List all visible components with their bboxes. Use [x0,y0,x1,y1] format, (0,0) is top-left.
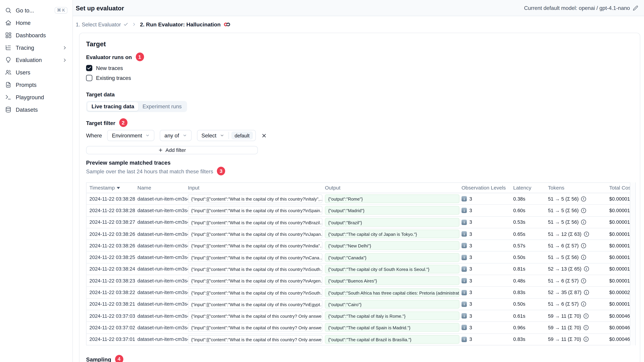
table-row[interactable]: 2024-11-22 03:38:26 dataset-run-item-cm3… [86,228,630,240]
cell-input: {"input":[{"content":"What is the capita… [188,253,325,262]
cell-tokens: 51 → 5 (Σ 56)i [548,219,609,225]
cell-total-cost: $0.000011 ( [609,301,630,307]
input-preview[interactable]: {"input":[{"content":"What is the capita… [188,241,322,250]
check-icon [123,22,128,27]
table-row[interactable]: 2024-11-22 03:37:02 dataset-run-item-cm3… [86,322,630,334]
breadcrumb: 1. Select Evaluator 2. Run Evaluator: Ha… [76,20,644,28]
table-scrollbar[interactable] [630,182,636,345]
where-label: Where [86,132,102,138]
output-preview[interactable]: {"output":"Cairo"} [325,300,460,309]
cell-name: dataset-run-item-cm3s4 [138,231,188,237]
input-preview[interactable]: {"input":[{"content":"What is the capita… [188,312,322,320]
breadcrumb-step1[interactable]: 1. Select Evaluator [76,21,128,27]
sidebar-item-playground[interactable]: Playground [5,91,68,103]
output-preview[interactable]: {"output":"The capital city of South Kor… [325,265,460,274]
table-row[interactable]: 2024-11-22 03:38:26 dataset-run-item-cm3… [86,240,630,252]
add-filter-button[interactable]: Add filter [86,146,258,154]
output-preview[interactable]: {"output":"The capital of Italy is Rome.… [325,312,460,320]
goto-search[interactable]: Go to... ⌘ K [5,4,68,16]
target-filter-row: Target filter 2 [86,119,633,127]
default-model-note: Current default model: openai / gpt-4.1-… [524,5,638,11]
output-preview[interactable]: {"output":"The capital city of Japan is … [325,230,460,238]
table-row[interactable]: 2024-11-22 03:38:22 dataset-run-item-cm3… [86,287,630,299]
output-preview[interactable]: {"output":"Brazil"} [325,218,460,227]
checkbox-new-traces[interactable]: New traces [86,64,633,72]
sidebar-item-dashboards[interactable]: Dashboards [5,29,68,41]
sidebar-item-users[interactable]: Users [5,66,68,79]
checkbox[interactable] [86,65,92,71]
edit-pencil-icon[interactable] [633,5,638,10]
cell-total-cost: $0.000011 ( [609,278,630,284]
dashboards-icon [5,32,12,38]
table-row[interactable]: 2024-11-22 03:38:24 dataset-run-item-cm3… [86,263,630,275]
input-preview[interactable]: {"input":[{"content":"What is the capita… [188,323,322,332]
cell-total-cost: $0.00046 ( [609,325,630,331]
sidebar-item-prompts[interactable]: Prompts [5,79,68,91]
sidebar-item-datasets[interactable]: Datasets [5,103,68,116]
input-preview[interactable]: {"input":[{"content":"What is the capita… [188,300,322,309]
checkbox-existing-traces[interactable]: Existing traces [86,74,633,81]
cell-total-cost: $0.000015 [609,231,630,237]
table-row[interactable]: 2024-11-22 03:38:28 dataset-run-item-cm3… [86,193,630,205]
cell-input: {"input":[{"content":"What is the capita… [188,194,325,203]
sidebar-item-evaluation[interactable]: Evaluation [5,54,68,66]
input-preview[interactable]: {"input":[{"content":"What is the capita… [188,194,322,203]
checkbox[interactable] [86,75,92,81]
table-row[interactable]: 2024-11-22 03:37:03 dataset-run-item-cm3… [86,310,630,322]
cell-tokens: 51 → 6 (Σ 57)i [548,278,609,284]
cell-input: {"input":[{"content":"What is the capita… [188,300,325,309]
cell-tokens: 51 → 5 (Σ 56)i [548,254,609,260]
input-preview[interactable]: {"input":[{"content":"What is the capita… [188,288,322,297]
input-preview[interactable]: {"input":[{"content":"What is the capita… [188,218,322,227]
info-box-icon: i [462,231,467,237]
input-preview[interactable]: {"input":[{"content":"What is the capita… [188,206,322,215]
output-preview[interactable]: {"output":"The capital of Brazil is Bras… [325,335,460,344]
output-preview[interactable]: {"output":"Canada"} [325,253,460,262]
output-preview[interactable]: {"output":"Madrid"} [325,206,460,215]
output-preview[interactable]: {"output":"South Africa has three capita… [325,288,460,297]
cell-total-cost: $0.000029 [609,290,630,296]
cell-timestamp: 2024-11-22 03:38:22 [86,290,138,296]
filter-operator-select[interactable]: any of [160,130,192,141]
filter-builder-row: Where Environment any of Select default [86,130,633,141]
output-preview[interactable]: {"output":"Rome"} [325,194,460,203]
input-preview[interactable]: {"input":[{"content":"What is the capita… [188,265,322,274]
cell-latency: 0.96s [513,325,548,331]
info-circle-icon: i [584,337,588,342]
col-input: Input [188,185,325,191]
col-timestamp[interactable]: Timestamp [86,185,138,191]
table-row[interactable]: 2024-11-22 03:38:25 dataset-run-item-cm3… [86,252,630,263]
table-row[interactable]: 2024-11-22 03:37:01 dataset-run-item-cm3… [86,334,630,345]
col-output: Output [325,185,462,191]
tab-live-tracing-data[interactable]: Live tracing data [88,102,138,111]
annotation-badge-2: 2 [119,118,128,127]
filter-value-select[interactable]: Select default [197,130,256,141]
sidebar-item-home[interactable]: Home [5,16,68,29]
table-row[interactable]: 2024-11-22 03:38:28 dataset-run-item-cm3… [86,205,630,217]
table-row[interactable]: 2024-11-22 03:38:27 dataset-run-item-cm3… [86,217,630,228]
cell-output: {"output":"The capital city of Japan is … [325,230,462,238]
page-header: Set up evaluator Current default model: … [73,0,644,16]
remove-filter-button[interactable] [261,133,267,138]
cell-latency: 0.57s [513,243,548,249]
input-preview[interactable]: {"input":[{"content":"What is the capita… [188,335,322,344]
cell-input: {"input":[{"content":"What is the capita… [188,265,325,274]
chevron-down-icon [182,133,187,138]
target-card: Target Evaluator runs on 1 New traces Ex… [79,33,640,362]
filter-column-select[interactable]: Environment [107,130,154,141]
output-preview[interactable]: {"output":"New Delhi"} [325,241,460,250]
breadcrumb-step2: 2. Run Evaluator: Hallucination [140,21,230,28]
info-circle-icon: i [581,196,586,201]
info-circle-icon: i [581,208,586,213]
cell-tokens: 52 → 13 (Σ 65)i [548,266,609,272]
output-preview[interactable]: {"output":"Buenos Aires"} [325,276,460,285]
input-preview[interactable]: {"input":[{"content":"What is the capita… [188,276,322,285]
info-circle-icon: i [581,278,586,283]
tab-experiment-runs[interactable]: Experiment runs [138,102,186,111]
input-preview[interactable]: {"input":[{"content":"What is the capita… [188,253,322,262]
table-row[interactable]: 2024-11-22 03:38:23 dataset-run-item-cm3… [86,275,630,287]
output-preview[interactable]: {"output":"The capital of Spain is Madri… [325,323,460,332]
sidebar-item-tracing[interactable]: Tracing [5,41,68,54]
input-preview[interactable]: {"input":[{"content":"What is the capita… [188,230,322,238]
table-row[interactable]: 2024-11-22 03:38:21 dataset-run-item-cm3… [86,299,630,310]
